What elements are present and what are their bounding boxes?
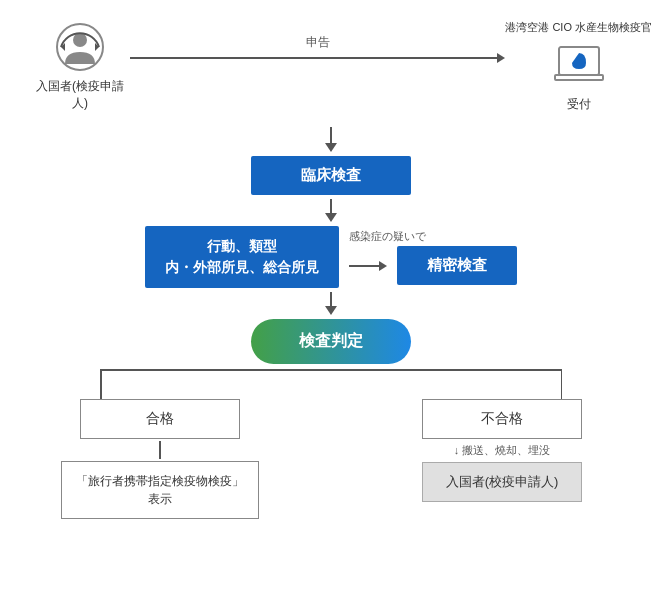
detailed-box: 精密検査 [397, 246, 517, 285]
side-arrow [349, 261, 387, 271]
fork-section: 合格 「旅行者携帯指定検疫物検疫」表示 不合格 ↓ 搬送、燒却、埋没 入国者(校… [10, 369, 652, 519]
person-icon [53, 20, 107, 74]
top-row: 入国者(検疫申請人) 申告 港湾空港 CIO 水産生物検疫官 [30, 20, 652, 113]
down-arrow-2 [325, 199, 337, 222]
arrow-label: 申告 [306, 34, 330, 51]
reception-label: 受付 [567, 96, 591, 113]
pass-outcome: 「旅行者携帯指定検疫物検疫」表示 [61, 461, 259, 519]
fail-box: 不合格 [422, 399, 582, 439]
officer-col: 港湾空港 CIO 水産生物検疫官 受付 [505, 20, 652, 113]
judgment-box: 検査判定 [251, 319, 411, 364]
applicant-actor: 入国者(検疫申請人) [30, 20, 130, 112]
down-arrow-3 [325, 292, 337, 315]
pass-box: 合格 [80, 399, 240, 439]
flow-container: 入国者(検疫申請人) 申告 港湾空港 CIO 水産生物検疫官 [0, 0, 662, 589]
applicant-label: 入国者(検疫申請人) [30, 78, 130, 112]
officer-label-top: 港湾空港 CIO 水産生物検疫官 [505, 20, 652, 34]
side-line [349, 265, 379, 267]
behavioral-box: 行動、類型内・外部所見、総合所見 [145, 226, 339, 288]
horiz-arrow [130, 53, 505, 63]
horiz-line [130, 57, 497, 59]
down-arrow-head-3 [325, 306, 337, 315]
fail-sublabel-row: ↓ 搬送、燒却、埋没 [454, 443, 551, 458]
pass-down-arrow [159, 441, 161, 459]
svg-point-1 [73, 33, 87, 47]
arrow-head [497, 53, 505, 63]
pass-down-line [159, 441, 161, 459]
down-line-1 [330, 127, 332, 143]
fork-branches: 合格 「旅行者携帯指定検疫物検疫」表示 不合格 ↓ 搬送、燒却、埋没 入国者(校… [10, 399, 652, 519]
center-col: 臨床検査 行動、類型内・外部所見、総合所見 感染症の疑いで 精密検査 [10, 123, 652, 364]
side-label: 感染症の疑いで [349, 229, 426, 244]
fork-left-vert [100, 369, 102, 399]
clinical-box: 臨床検査 [251, 156, 411, 195]
down-line-3 [330, 292, 332, 306]
svg-rect-5 [555, 75, 603, 80]
down-arrow-1 [325, 127, 337, 152]
down-line-2 [330, 199, 332, 213]
fail-branch: 不合格 ↓ 搬送、燒却、埋没 入国者(校疫申請人) [392, 399, 612, 519]
side-arrow-head [379, 261, 387, 271]
pass-branch: 合格 「旅行者携帯指定検疫物検疫」表示 [50, 399, 270, 519]
laptop-icon [552, 38, 606, 92]
fork-right-vert [561, 369, 563, 399]
fail-outcome: 入国者(校疫申請人) [422, 462, 582, 502]
申告-arrow: 申告 [130, 34, 505, 63]
down-arrow-head-1 [325, 143, 337, 152]
fail-sub-label: ↓ 搬送、燒却、埋没 [454, 443, 551, 458]
fork-horiz-line [100, 369, 562, 371]
down-arrow-head-2 [325, 213, 337, 222]
mid-row: 行動、類型内・外部所見、総合所見 感染症の疑いで 精密検査 [145, 226, 517, 288]
